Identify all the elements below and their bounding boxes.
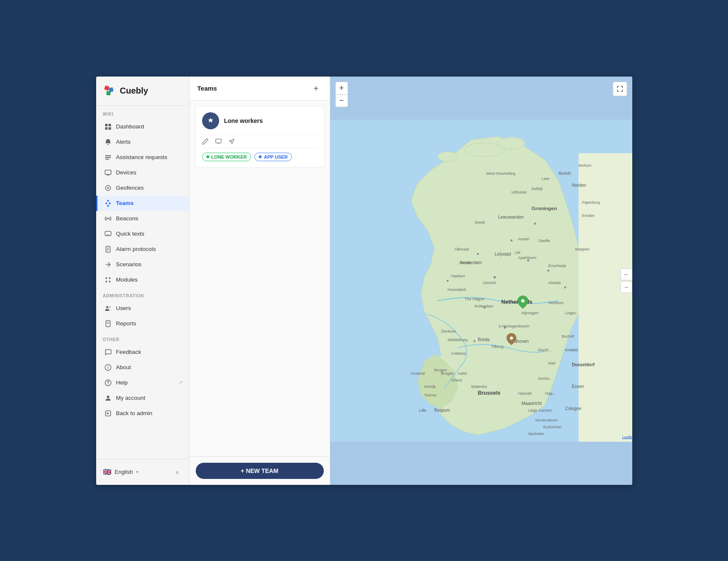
svg-point-55 — [547, 269, 549, 271]
sidebar-item-assistance-requests[interactable]: Assistance requests — [96, 150, 189, 165]
svg-rect-36 — [216, 139, 221, 143]
tag-label: LONE WORKER — [211, 154, 247, 159]
geofence-icon — [104, 184, 112, 192]
sidebar-item-alerts[interactable]: Alerts — [96, 134, 189, 150]
team-list: Lone workers LONE WORKE — [190, 101, 330, 456]
svg-text:Tournai: Tournai — [424, 393, 436, 397]
people-icon — [104, 305, 112, 312]
teams-panel: Teams + Lone workers — [190, 77, 330, 485]
svg-text:Sneek: Sneek — [474, 220, 485, 224]
add-team-button[interactable]: + — [310, 83, 322, 94]
zoom-in-button[interactable]: + — [335, 82, 348, 94]
chevron-down-icon: ▾ — [136, 470, 138, 474]
sidebar-item-label: My account — [116, 395, 183, 401]
svg-text:Emden: Emden — [582, 213, 594, 218]
send-team-button[interactable] — [228, 138, 235, 145]
svg-text:Middelburg: Middelburg — [448, 337, 468, 342]
panel-collapse-left-button[interactable]: ← — [620, 268, 632, 280]
app-user-tag: APP USER — [254, 153, 292, 161]
team-tags: LONE WORKER APP USER — [202, 153, 317, 161]
svg-point-53 — [473, 340, 475, 342]
sidebar-item-dashboard[interactable]: Dashboard — [96, 119, 189, 134]
teams-icon — [104, 199, 112, 207]
svg-text:Krefeld: Krefeld — [565, 347, 578, 352]
svg-text:Assen: Assen — [518, 236, 529, 241]
sidebar-item-scenarios[interactable]: Scenarios — [96, 257, 189, 272]
svg-text:Bruges: Bruges — [441, 370, 454, 375]
team-name: Lone workers — [224, 117, 263, 124]
sidebar: Cuebly WIKI Dashboard Alerts Assistan — [96, 77, 190, 485]
svg-text:Liège: Liège — [528, 408, 537, 412]
svg-point-47 — [477, 253, 479, 255]
panel-expand-right-button[interactable]: → — [620, 281, 632, 293]
svg-text:Lille: Lille — [419, 407, 426, 412]
map-fullscreen-button[interactable] — [613, 82, 627, 96]
sidebar-item-back-to-admin[interactable]: Back to admin — [96, 406, 189, 421]
svg-point-124 — [521, 299, 524, 302]
svg-text:Rotterdam: Rotterdam — [474, 304, 493, 308]
svg-text:Bocholt: Bocholt — [562, 334, 574, 339]
language-label: English — [115, 469, 133, 475]
svg-rect-42 — [578, 153, 632, 441]
new-team-bar: + NEW TEAM — [190, 456, 330, 485]
svg-text:Zierikzee: Zierikzee — [441, 329, 456, 333]
sidebar-item-my-account[interactable]: My account — [96, 390, 189, 406]
svg-text:Hoorn: Hoorn — [461, 260, 471, 265]
sidebar-item-quick-texts[interactable]: Quick texts — [96, 226, 189, 242]
svg-text:Cologne: Cologne — [565, 406, 581, 410]
svg-rect-10 — [105, 170, 111, 174]
sidebar-item-feedback[interactable]: Feedback — [96, 345, 189, 360]
svg-text:Uithuizen: Uithuizen — [511, 190, 527, 194]
message-icon — [104, 230, 112, 238]
new-team-button[interactable]: + NEW TEAM — [196, 463, 324, 479]
sidebar-item-about[interactable]: About — [96, 360, 189, 375]
map-zoom-controls: + − — [335, 82, 348, 107]
svg-point-22 — [106, 281, 107, 282]
svg-point-31 — [108, 366, 108, 367]
sidebar-item-reports[interactable]: Reports — [96, 316, 189, 331]
svg-text:Zwolle: Zwolle — [538, 238, 550, 243]
sidebar-item-label: Back to admin — [116, 410, 183, 416]
svg-text:Enschede: Enschede — [548, 263, 566, 268]
logo-icon — [103, 84, 117, 98]
wiki-section-label: WIKI — [96, 106, 189, 119]
svg-point-49 — [534, 222, 536, 225]
sidebar-item-label: Beacons — [116, 215, 183, 222]
svg-text:Ghent: Ghent — [451, 377, 462, 382]
svg-point-23 — [109, 281, 111, 282]
sidebar-item-geofences[interactable]: Geofences — [96, 180, 189, 196]
svg-text:West-Terschelling: West-Terschelling — [486, 171, 515, 176]
zoom-out-button[interactable]: − — [335, 94, 348, 107]
collapse-sidebar-button[interactable]: « — [172, 467, 183, 477]
sidebar-item-label: Alarm protocols — [116, 246, 183, 252]
svg-text:Haarlem: Haarlem — [451, 274, 465, 278]
info-icon — [104, 364, 112, 371]
sidebar-item-users[interactable]: Users — [96, 301, 189, 316]
svg-text:'s-Hertogenbosch: 's-Hertogenbosch — [498, 324, 529, 328]
svg-text:Nordhorn: Nordhorn — [548, 301, 563, 305]
reports-icon — [104, 320, 112, 327]
svg-text:Marl: Marl — [548, 361, 555, 365]
svg-point-14 — [107, 218, 109, 219]
sidebar-item-label: Scenarios — [116, 261, 183, 268]
svg-text:Leeuwarden: Leeuwarden — [498, 214, 524, 219]
language-row[interactable]: 🇬🇧 English ▾ « — [96, 464, 189, 481]
svg-rect-4 — [108, 124, 111, 126]
sidebar-item-modules[interactable]: Modules — [96, 272, 189, 288]
sidebar-item-beacons[interactable]: Beacons — [96, 211, 189, 226]
svg-text:Utrecht: Utrecht — [482, 280, 496, 285]
beacons-icon — [104, 215, 112, 222]
svg-rect-8 — [105, 157, 111, 158]
sidebar-item-teams[interactable]: Teams — [96, 196, 189, 211]
device-team-button[interactable] — [215, 138, 222, 145]
tag-dot — [259, 155, 262, 158]
svg-rect-11 — [107, 175, 109, 176]
external-link-icon: ↗ — [179, 380, 183, 385]
teams-panel-title: Teams — [197, 85, 217, 92]
sidebar-item-label: Modules — [116, 276, 183, 283]
sidebar-item-devices[interactable]: Devices — [96, 165, 189, 180]
edit-team-button[interactable] — [202, 138, 208, 145]
sidebar-item-help[interactable]: Help ↗ — [96, 375, 189, 390]
sidebar-item-alarm-protocols[interactable]: Alarm protocols — [96, 242, 189, 257]
app-name: Cuebly — [120, 86, 148, 96]
